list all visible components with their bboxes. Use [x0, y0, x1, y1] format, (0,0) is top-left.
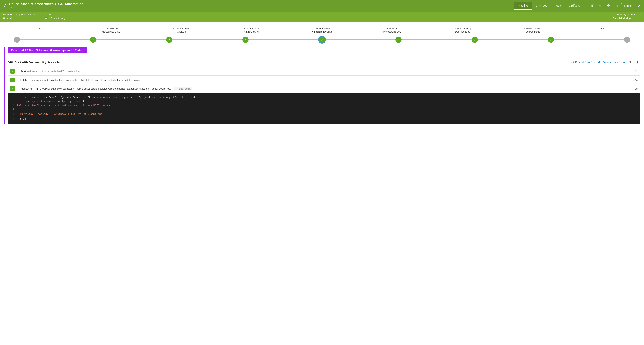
check-icon: ✓: [11, 87, 14, 90]
step-row-snyk: ✓ › Snyk — Use a tool from a predefined …: [8, 67, 640, 76]
stage-node-start[interactable]: [14, 37, 20, 43]
step-expand-icon[interactable]: ∨: [17, 88, 20, 90]
time-icon: ⏰: [45, 17, 48, 20]
stage-label-text: Build & TagMicroservice Do...: [383, 27, 402, 34]
check-icon: ✓: [244, 38, 247, 42]
stage-line: [96, 40, 166, 40]
summary-banner: Executed 10 Test, 9 Passed, 0 Warnings a…: [8, 47, 86, 53]
stage-detail-actions: ↻ Restart OPA Dockerfile Vulnerability S…: [571, 60, 640, 65]
line-number: 2: [11, 104, 14, 108]
stage-node-checkout[interactable]: ✓: [90, 37, 96, 43]
stage-line: [20, 40, 90, 40]
stage-line: [478, 40, 548, 40]
tab-artifacts[interactable]: Artifacts: [566, 2, 584, 10]
tab-pipeline[interactable]: Pipeline: [514, 2, 532, 10]
step-desc: — Use a tool from a predefined Tool Inst…: [27, 70, 80, 73]
step-status-success: ✓: [10, 78, 15, 82]
restart-label: Restart OPA Dockerfile Vulnerability Sca…: [575, 61, 625, 64]
step-time-docker-run: 1s: [632, 87, 638, 90]
line-number: 3: [11, 107, 14, 112]
stage-node-opa[interactable]: ✓: [318, 36, 326, 43]
changes-info: Changes by awanmbandi Branch indexing: [613, 13, 641, 20]
stage-nodes-row: ✓ ✓ ✓ ✓ ✓ ✓ ✓: [4, 36, 640, 43]
tab-changes[interactable]: Changes: [532, 2, 551, 10]
stage-label-text: End: [601, 27, 605, 34]
branch-value: app-product-catalo...: [14, 13, 37, 16]
stage-node-sonarqube[interactable]: ✓: [166, 37, 172, 43]
check-icon: ✓: [321, 38, 323, 42]
stage-node-push[interactable]: ✓: [548, 37, 554, 43]
stage-label-start: Start: [6, 27, 76, 34]
line-text: + docker run --rm -v /var/lib/jenkins/wo…: [17, 96, 200, 104]
stage-label-authenticate: Authenticate &Authorize Snyk: [216, 27, 287, 34]
line-text-fail: FAIL - Dockerfile - main - Do not run as…: [17, 104, 111, 108]
open-external-icon[interactable]: ⧉: [627, 60, 632, 65]
tab-tests[interactable]: Tests: [551, 2, 566, 10]
check-icon: ✓: [550, 38, 552, 42]
download-icon[interactable]: ⬇: [635, 60, 640, 65]
step-badge: — Shell Script: [174, 87, 192, 91]
step-name: Snyk: [20, 70, 26, 73]
back-label[interactable]: ‹ 2: [9, 7, 84, 10]
stage-label-text: OPA DockerfileVulnerability Scan: [312, 27, 332, 34]
terminal-line-4: 4 ➜ 10 tests, 9 passed, 0 warnings, 1 fa…: [11, 112, 637, 117]
refresh-icon[interactable]: ↺: [589, 3, 596, 9]
header-icons: ↺ ✎ ⚙ ⇥ Logout ✕: [589, 3, 641, 9]
stage-line: [248, 40, 318, 40]
branch-label: Branch:: [3, 13, 12, 16]
check-icon: ✓: [92, 38, 94, 42]
step-time-snyk: <1s: [632, 70, 638, 73]
stage-label-sonarqube: SonarQube SASTAnalysis: [146, 27, 216, 34]
stage-label-text: Start: [38, 27, 43, 34]
branch-info: Branch: app-product-catalo... Commit: —: [3, 13, 37, 20]
stage-node-end[interactable]: [624, 37, 630, 43]
stage-detail-title: OPA Dockerfile Vulnerability Scan - 1s: [8, 61, 60, 64]
terminal-line-2: 2 FAIL - Dockerfile - main - Do not run …: [11, 104, 637, 108]
pipeline-title: Online-Shop-Microservices-CICD-Automatio…: [9, 2, 84, 6]
step-expand-icon[interactable]: ›: [18, 70, 18, 73]
terminal-output: 1 + docker run --rm -v /var/lib/jenkins/…: [8, 93, 640, 124]
restart-icon: ↻: [571, 60, 574, 64]
stages-container: Start Checkout ToMcroservice Bra... Sona…: [4, 27, 640, 36]
step-time-fetch-env: <1s: [632, 79, 638, 82]
stage-node-build[interactable]: ✓: [396, 37, 402, 43]
restart-link[interactable]: ↻ Restart OPA Dockerfile Vulnerability S…: [571, 60, 625, 64]
line-number: 4: [11, 112, 14, 116]
step-expand-icon[interactable]: ›: [18, 78, 18, 82]
stage-label-push: Push MicroserviceDocker Image: [498, 27, 568, 34]
stage-detail-header: OPA Dockerfile Vulnerability Scan - 1s ↻…: [4, 57, 640, 67]
header-meta: Branch: app-product-catalo... Commit: — …: [0, 12, 644, 22]
stage-line: [326, 40, 396, 40]
step-row-docker-run: ✓ ∨ docker run --rm -v /var/lib/jenkins/…: [8, 84, 640, 93]
export-icon[interactable]: ⇥: [613, 3, 620, 9]
close-icon[interactable]: ✕: [638, 4, 641, 8]
step-status-success: ✓: [10, 86, 15, 91]
step-text-snyk: Snyk — Use a tool from a predefined Tool…: [20, 70, 630, 73]
settings-icon[interactable]: ⚙: [605, 3, 612, 9]
stage-line: [172, 40, 242, 40]
duration-value: 1m 51s: [49, 13, 57, 16]
stage-line: [402, 40, 472, 40]
step-status-success: ✓: [10, 69, 15, 74]
stage-node-snyk[interactable]: ✓: [472, 37, 478, 43]
stage-node-authenticate[interactable]: ✓: [242, 37, 248, 43]
logout-button[interactable]: Logout: [621, 3, 635, 9]
terminal-line-5: 5 + true: [11, 117, 637, 121]
check-icon: ✓: [474, 38, 476, 42]
time-ago-value: 23 minutes ago: [49, 17, 66, 20]
stage-line: [554, 40, 624, 40]
stage-label-build: Build & TagMicroservice Do...: [357, 27, 428, 34]
left-border-container: Executed 10 Test, 9 Passed, 0 Warnings a…: [4, 47, 640, 124]
main-content: Executed 10 Test, 9 Passed, 0 Warnings a…: [0, 47, 644, 128]
timing-info: ⏱ 1m 51s ⏰ 23 minutes ago: [45, 13, 66, 20]
changes-by: Changes by awanmbandi: [613, 13, 641, 16]
success-check-icon: ✓: [3, 3, 6, 8]
check-icon: ✓: [11, 78, 14, 82]
stage-label-text: SonarQube SASTAnalysis: [172, 27, 190, 34]
stage-label-text: Snyk SCA Test |Dependencies: [454, 27, 471, 34]
check-icon: ✓: [11, 70, 14, 73]
stage-label-text: Authenticate &Authorize Snyk: [244, 27, 260, 34]
branch-indexing: Branch indexing: [613, 17, 641, 20]
line-text-true: + true: [17, 117, 26, 121]
edit-icon[interactable]: ✎: [597, 3, 604, 9]
